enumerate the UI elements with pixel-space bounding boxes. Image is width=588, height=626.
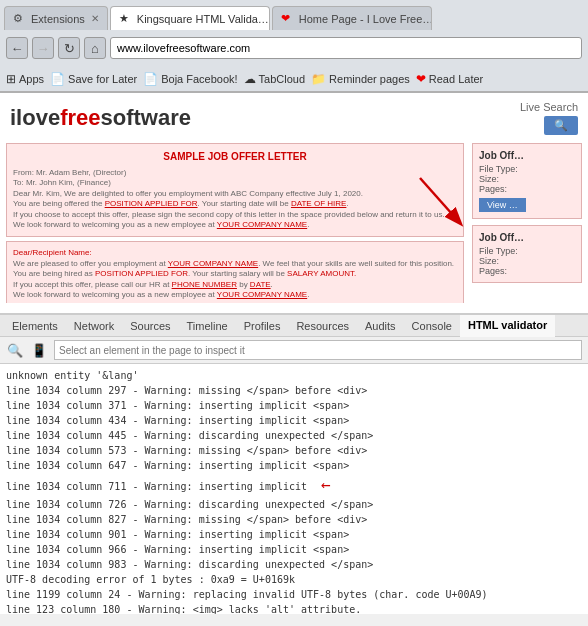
logo-free: free	[60, 105, 100, 130]
bookmark-boja-facebook[interactable]: 📄 Boja Facebook!	[143, 72, 237, 86]
bookmark-apps-label: Apps	[19, 73, 44, 85]
home-button[interactable]: ⌂	[84, 37, 106, 59]
filetype-2: File Type:	[479, 246, 575, 256]
devtools-tab-console[interactable]: Console	[404, 315, 460, 336]
bookmark-save-for-later-label: Save for Later	[68, 73, 137, 85]
tab-kingsquare[interactable]: ★ Kingsquare HTML Valida… ✕	[110, 6, 270, 30]
devtools-tab-resources[interactable]: Resources	[288, 315, 357, 336]
log-line-7: line 1034 column 711 - Warning: insertin…	[6, 473, 582, 497]
logo-ilove: ilove	[10, 105, 60, 130]
tab-kingsquare-label: Kingsquare HTML Valida…	[137, 13, 269, 25]
log-line-13: UTF-8 decoding error of 1 bytes : 0xa9 =…	[6, 572, 582, 587]
log-line-5: line 1034 column 573 - Warning: missing …	[6, 443, 582, 458]
logo-software: software	[101, 105, 191, 130]
inspect-icon[interactable]: 🔍	[6, 341, 24, 359]
log-line-8: line 1034 column 726 - Warning: discardi…	[6, 497, 582, 512]
bookmark-reminder-pages[interactable]: 📁 Reminder pages	[311, 72, 410, 86]
right-card-1-info: File Type: Size: Pages:	[479, 164, 575, 194]
nav-bar: ← → ↻ ⌂	[0, 30, 588, 66]
tabcloud-icon: ☁	[244, 72, 256, 86]
pages-2: Pages:	[479, 266, 575, 276]
card-text-1: From: Mr. Adam Behr, (Director) To: Mr. …	[13, 168, 457, 230]
log-line-11: line 1034 column 966 - Warning: insertin…	[6, 542, 582, 557]
bookmark-tabcloud-label: TabCloud	[259, 73, 305, 85]
right-card-1: Job Off… File Type: Size: Pages: View …	[472, 143, 582, 219]
right-card-2: Job Off… File Type: Size: Pages:	[472, 225, 582, 283]
log-line-12: line 1034 column 983 - Warning: discardi…	[6, 557, 582, 572]
read-later-icon: ❤	[416, 72, 426, 86]
devtools-toolbar: 🔍 📱	[0, 337, 588, 364]
reload-button[interactable]: ↻	[58, 37, 80, 59]
right-card-2-info: File Type: Size: Pages:	[479, 246, 575, 276]
extensions-tab-icon: ⚙	[13, 12, 27, 26]
right-card-1-title: Job Off…	[479, 150, 575, 161]
live-search-area: Live Search 🔍	[520, 101, 578, 135]
bookmark-save-for-later[interactable]: 📄 Save for Later	[50, 72, 137, 86]
devtools-tab-elements[interactable]: Elements	[4, 315, 66, 336]
card-text-2: Dear/Recipient Name: We are pleased to o…	[13, 248, 457, 300]
bookmarks-bar: ⊞ Apps 📄 Save for Later 📄 Boja Facebook!…	[0, 66, 588, 92]
tab-bar: ⚙ Extensions ✕ ★ Kingsquare HTML Valida……	[0, 0, 588, 30]
forward-button[interactable]: →	[32, 37, 54, 59]
devtools-tab-timeline[interactable]: Timeline	[179, 315, 236, 336]
size-1: Size:	[479, 174, 575, 184]
page-content: ilovefreesoftware Live Search 🔍 SAMPLE J…	[0, 93, 588, 313]
site-logo: ilovefreesoftware	[10, 105, 191, 131]
kingsquare-tab-icon: ★	[119, 12, 133, 26]
log-line-6: line 1034 column 647 - Warning: insertin…	[6, 458, 582, 473]
log-line-2: line 1034 column 371 - Warning: insertin…	[6, 398, 582, 413]
log-line-3: line 1034 column 434 - Warning: insertin…	[6, 413, 582, 428]
devtools-tab-profiles[interactable]: Profiles	[236, 315, 289, 336]
live-search-button[interactable]: 🔍	[544, 116, 578, 135]
back-button[interactable]: ←	[6, 37, 28, 59]
log-line-9: line 1034 column 827 - Warning: missing …	[6, 512, 582, 527]
tab-extensions[interactable]: ⚙ Extensions ✕	[4, 6, 108, 30]
homepage-tab-icon: ❤	[281, 12, 295, 26]
size-2: Size:	[479, 256, 575, 266]
right-cards: Job Off… File Type: Size: Pages: View … …	[472, 143, 582, 303]
card-title-1: SAMPLE JOB OFFER LETTER	[13, 150, 457, 164]
browser-chrome: ⚙ Extensions ✕ ★ Kingsquare HTML Valida……	[0, 0, 588, 93]
bookmark-reminder-pages-label: Reminder pages	[329, 73, 410, 85]
devtools-tab-bar: Elements Network Sources Timeline Profil…	[0, 315, 588, 337]
log-line-0: unknown entity '&lang'	[6, 368, 582, 383]
job-offer-card-2: Dear/Recipient Name: We are pleased to o…	[6, 241, 464, 303]
job-offer-card-1: SAMPLE JOB OFFER LETTER From: Mr. Adam B…	[6, 143, 464, 237]
apps-icon: ⊞	[6, 72, 16, 86]
inspect-input[interactable]	[54, 340, 582, 360]
bookmark-boja-facebook-label: Boja Facebook!	[161, 73, 237, 85]
left-cards: SAMPLE JOB OFFER LETTER From: Mr. Adam B…	[6, 143, 464, 303]
filetype-1: File Type:	[479, 164, 575, 174]
tab-extensions-close[interactable]: ✕	[91, 13, 99, 24]
right-card-2-title: Job Off…	[479, 232, 575, 243]
log-line-10: line 1034 column 901 - Warning: insertin…	[6, 527, 582, 542]
boja-facebook-icon: 📄	[143, 72, 158, 86]
mobile-icon[interactable]: 📱	[30, 341, 48, 359]
bookmark-tabcloud[interactable]: ☁ TabCloud	[244, 72, 305, 86]
devtools-log-content[interactable]: unknown entity '&lang'line 1034 column 2…	[0, 364, 588, 614]
view-button-1[interactable]: View …	[479, 198, 526, 212]
devtools-tab-html-validator[interactable]: HTML validator	[460, 315, 555, 337]
address-bar[interactable]	[110, 37, 582, 59]
live-search-label: Live Search	[520, 101, 578, 113]
page-header: ilovefreesoftware Live Search 🔍	[0, 93, 588, 143]
log-line-1: line 1034 column 297 - Warning: missing …	[6, 383, 582, 398]
save-for-later-icon: 📄	[50, 72, 65, 86]
bookmark-read-later-label: Read Later	[429, 73, 483, 85]
devtools-tab-audits[interactable]: Audits	[357, 315, 404, 336]
devtools-panel: Elements Network Sources Timeline Profil…	[0, 313, 588, 614]
cards-area: SAMPLE JOB OFFER LETTER From: Mr. Adam B…	[0, 143, 588, 303]
devtools-tab-network[interactable]: Network	[66, 315, 122, 336]
pages-1: Pages:	[479, 184, 575, 194]
log-line-15: line 123 column 180 - Warning: <img> lac…	[6, 602, 582, 614]
reminder-pages-icon: 📁	[311, 72, 326, 86]
tab-extensions-label: Extensions	[31, 13, 85, 25]
bookmark-read-later[interactable]: ❤ Read Later	[416, 72, 483, 86]
bookmark-apps[interactable]: ⊞ Apps	[6, 72, 44, 86]
log-line-14: line 1199 column 24 - Warning: replacing…	[6, 587, 582, 602]
log-line-4: line 1034 column 445 - Warning: discardi…	[6, 428, 582, 443]
tab-homepage[interactable]: ❤ Home Page - I Love Free… ✕	[272, 6, 432, 30]
tab-homepage-label: Home Page - I Love Free…	[299, 13, 432, 25]
devtools-tab-sources[interactable]: Sources	[122, 315, 178, 336]
